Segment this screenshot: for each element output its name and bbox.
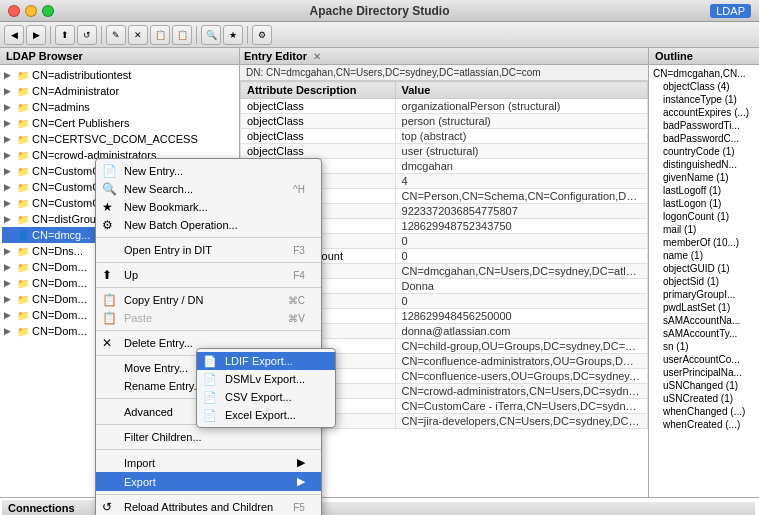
minimize-button[interactable] [25, 5, 37, 17]
outline-item[interactable]: uSNCreated (1) [651, 392, 757, 405]
folder-icon: 📁 [16, 164, 30, 178]
menu-item-new-entry[interactable]: 📄 New Entry... [96, 162, 321, 180]
outline-item[interactable]: sAMAccountTy... [651, 327, 757, 340]
outline-item[interactable]: accountExpires (...) [651, 106, 757, 119]
menu-separator-1 [96, 237, 321, 238]
forward-button[interactable]: ▶ [26, 25, 46, 45]
submenu-dsml-export[interactable]: 📄 DSMLv Export... [197, 370, 335, 388]
maximize-button[interactable] [42, 5, 54, 17]
tree-item-0[interactable]: ▶ 📁 CN=adistributiontest [2, 67, 237, 83]
tree-label: CN=dmcg... [32, 229, 90, 241]
tree-label: CN=Dom... [32, 261, 87, 273]
user-icon: 👤 [16, 228, 30, 242]
outline-item[interactable]: whenChanged (...) [651, 405, 757, 418]
folder-icon: 📁 [16, 292, 30, 306]
outline-item[interactable]: name (1) [651, 249, 757, 262]
tree-arrow: ▶ [4, 182, 16, 192]
outline-item[interactable]: sn (1) [651, 340, 757, 353]
delete-button[interactable]: ✕ [128, 25, 148, 45]
outline-item[interactable]: objectGUID (1) [651, 262, 757, 275]
outline-item[interactable]: CN=dmcgahan,CN... [651, 67, 757, 80]
outline-title: Outline [649, 48, 759, 65]
table-row[interactable]: objectClassperson (structural) [241, 114, 648, 129]
submenu-ldif-export[interactable]: 📄 LDIF Export... [197, 352, 335, 370]
menu-item-copy[interactable]: 📋 Copy Entry / DN ⌘C [96, 291, 321, 309]
table-row[interactable]: objectClassorganizationalPerson (structu… [241, 99, 648, 114]
outline-item[interactable]: countryCode (1) [651, 145, 757, 158]
attr-value-cell: organizationalPerson (structural) [395, 99, 647, 114]
outline-item[interactable]: lastLogon (1) [651, 197, 757, 210]
menu-separator-9 [96, 494, 321, 495]
excel-icon: 📄 [203, 409, 217, 422]
outline-item[interactable]: primaryGroupI... [651, 288, 757, 301]
search-button[interactable]: 🔍 [201, 25, 221, 45]
tree-item-1[interactable]: ▶ 📁 CN=Administrator [2, 83, 237, 99]
table-row[interactable]: objectClasstop (abstract) [241, 129, 648, 144]
folder-icon: 📁 [16, 244, 30, 258]
tree-arrow: ▶ [4, 118, 16, 128]
attr-value-cell: top (abstract) [395, 129, 647, 144]
outline-item[interactable]: pwdLastSet (1) [651, 301, 757, 314]
attr-value-cell: dmcgahan [395, 159, 647, 174]
outline-item[interactable]: givenName (1) [651, 171, 757, 184]
ldap-browser-title: LDAP Browser [0, 48, 239, 65]
main-toolbar: ◀ ▶ ⬆ ↺ ✎ ✕ 📋 📋 🔍 ★ ⚙ [0, 22, 759, 48]
outline-item[interactable]: userAccountCo... [651, 353, 757, 366]
folder-icon: 📁 [16, 308, 30, 322]
settings-button[interactable]: ⚙ [252, 25, 272, 45]
tree-item-3[interactable]: ▶ 📁 CN=Cert Publishers [2, 115, 237, 131]
tree-arrow: ▶ [4, 262, 16, 272]
outline-item[interactable]: memberOf (10...) [651, 236, 757, 249]
attr-value-cell: CN=crowd-administrators,CN=Users,DC=sydn… [395, 384, 647, 399]
shortcut-label: F4 [273, 270, 305, 281]
menu-item-filter[interactable]: Filter Children... [96, 428, 321, 446]
shortcut-label: ⌘V [268, 313, 305, 324]
menu-item-up[interactable]: ⬆ Up F4 [96, 266, 321, 284]
tree-item-4[interactable]: ▶ 📁 CN=CERTSVC_DCOM_ACCESS [2, 131, 237, 147]
window-controls[interactable] [8, 5, 54, 17]
tree-arrow: ▶ [4, 310, 16, 320]
menu-item-import[interactable]: Import ▶ [96, 453, 321, 472]
menu-item-new-bookmark[interactable]: ★ New Bookmark... [96, 198, 321, 216]
outline-item[interactable]: mail (1) [651, 223, 757, 236]
tree-item-2[interactable]: ▶ 📁 CN=admins [2, 99, 237, 115]
outline-item[interactable]: sAMAccountNa... [651, 314, 757, 327]
table-row[interactable]: objectClassuser (structural) [241, 144, 648, 159]
tree-arrow: ▶ [4, 214, 16, 224]
attr-value-cell: 0 [395, 249, 647, 264]
menu-item-open-entry[interactable]: Open Entry in DIT F3 [96, 241, 321, 259]
outline-item[interactable]: instanceType (1) [651, 93, 757, 106]
outline-item[interactable]: badPasswordTi... [651, 119, 757, 132]
close-button[interactable] [8, 5, 20, 17]
tree-arrow: ▶ [4, 246, 16, 256]
new-button[interactable]: ✎ [106, 25, 126, 45]
dn-label: DN: CN=dmcgahan,CN=Users,DC=sydney,DC=at… [246, 67, 541, 78]
menu-item-export[interactable]: Export ▶ [96, 472, 321, 491]
outline-tree[interactable]: CN=dmcgahan,CN...objectClass (4)instance… [649, 65, 759, 497]
outline-item[interactable]: uSNChanged (1) [651, 379, 757, 392]
context-menu: 📄 New Entry... 🔍 New Search... ^H ★ New … [95, 158, 322, 515]
up-button[interactable]: ⬆ [55, 25, 75, 45]
ldap-browser-label: LDAP Browser [6, 50, 83, 62]
outline-item[interactable]: logonCount (1) [651, 210, 757, 223]
outline-item[interactable]: distinguishedN... [651, 158, 757, 171]
outline-item[interactable]: objectClass (4) [651, 80, 757, 93]
menu-item-new-batch[interactable]: ⚙ New Batch Operation... [96, 216, 321, 234]
paste-button[interactable]: 📋 [172, 25, 192, 45]
back-button[interactable]: ◀ [4, 25, 24, 45]
outline-item[interactable]: lastLogoff (1) [651, 184, 757, 197]
refresh-button[interactable]: ↺ [77, 25, 97, 45]
menu-item-reload[interactable]: ↺ Reload Attributes and Children F5 [96, 498, 321, 515]
menu-item-paste[interactable]: 📋 Paste ⌘V [96, 309, 321, 327]
menu-item-new-search[interactable]: 🔍 New Search... ^H [96, 180, 321, 198]
submenu-csv-export[interactable]: 📄 CSV Export... [197, 388, 335, 406]
attr-value-cell: 9223372036854775807 [395, 204, 647, 219]
outline-item[interactable]: whenCreated (...) [651, 418, 757, 431]
outline-item[interactable]: badPasswordC... [651, 132, 757, 145]
outline-item[interactable]: objectSid (1) [651, 275, 757, 288]
bookmark-button[interactable]: ★ [223, 25, 243, 45]
submenu-excel-export[interactable]: 📄 Excel Export... [197, 406, 335, 424]
copy-button[interactable]: 📋 [150, 25, 170, 45]
tree-label: CN=adistributiontest [32, 69, 131, 81]
outline-item[interactable]: userPrincipalNa... [651, 366, 757, 379]
